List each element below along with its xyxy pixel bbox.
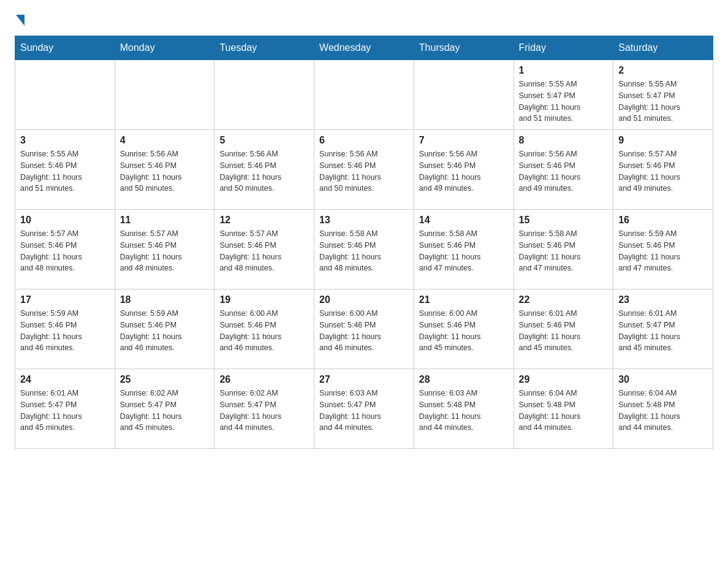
day-number: 13 [319,215,409,226]
day-number: 15 [519,215,609,226]
day-info: Sunrise: 5:57 AM Sunset: 5:46 PM Dayligh… [219,228,309,274]
day-number: 29 [519,374,609,385]
calendar-cell: 1Sunrise: 5:55 AM Sunset: 5:47 PM Daylig… [514,60,613,130]
calendar-cell [314,60,414,130]
day-number: 10 [20,215,110,226]
calendar-cell: 19Sunrise: 6:00 AM Sunset: 5:46 PM Dayli… [214,289,314,369]
calendar-cell: 10Sunrise: 5:57 AM Sunset: 5:46 PM Dayli… [15,210,115,289]
day-info: Sunrise: 6:00 AM Sunset: 5:46 PM Dayligh… [219,308,309,354]
day-number: 18 [120,294,210,305]
calendar-week-row: 3Sunrise: 5:55 AM Sunset: 5:46 PM Daylig… [15,130,713,210]
day-info: Sunrise: 5:56 AM Sunset: 5:46 PM Dayligh… [219,148,309,194]
calendar-cell: 13Sunrise: 5:58 AM Sunset: 5:46 PM Dayli… [314,210,414,289]
day-info: Sunrise: 5:57 AM Sunset: 5:46 PM Dayligh… [618,148,708,194]
calendar-cell: 26Sunrise: 6:02 AM Sunset: 5:47 PM Dayli… [214,369,314,449]
day-info: Sunrise: 6:04 AM Sunset: 5:48 PM Dayligh… [519,388,609,434]
day-number: 28 [419,374,509,385]
day-info: Sunrise: 6:01 AM Sunset: 5:47 PM Dayligh… [20,388,110,434]
day-number: 27 [319,374,409,385]
day-number: 14 [419,215,509,226]
day-info: Sunrise: 5:57 AM Sunset: 5:46 PM Dayligh… [20,228,110,274]
day-info: Sunrise: 6:03 AM Sunset: 5:47 PM Dayligh… [319,388,409,434]
day-info: Sunrise: 6:00 AM Sunset: 5:46 PM Dayligh… [419,308,509,354]
day-number: 8 [519,135,609,146]
calendar-cell: 20Sunrise: 6:00 AM Sunset: 5:46 PM Dayli… [314,289,414,369]
day-info: Sunrise: 6:02 AM Sunset: 5:47 PM Dayligh… [120,388,210,434]
day-number: 2 [618,65,708,76]
weekday-header-friday: Friday [514,36,613,60]
calendar-cell: 30Sunrise: 6:04 AM Sunset: 5:48 PM Dayli… [613,369,713,449]
calendar-cell: 21Sunrise: 6:00 AM Sunset: 5:46 PM Dayli… [414,289,514,369]
calendar-week-row: 1Sunrise: 5:55 AM Sunset: 5:47 PM Daylig… [15,60,713,130]
day-number: 26 [219,374,309,385]
day-number: 7 [419,135,509,146]
day-number: 17 [20,294,110,305]
weekday-header-thursday: Thursday [414,36,514,60]
calendar-cell: 15Sunrise: 5:58 AM Sunset: 5:46 PM Dayli… [514,210,613,289]
calendar-cell [15,60,115,130]
day-number: 4 [120,135,210,146]
day-info: Sunrise: 5:58 AM Sunset: 5:46 PM Dayligh… [419,228,509,274]
calendar-table: SundayMondayTuesdayWednesdayThursdayFrid… [15,36,713,449]
day-info: Sunrise: 5:59 AM Sunset: 5:46 PM Dayligh… [618,228,708,274]
calendar-cell: 27Sunrise: 6:03 AM Sunset: 5:47 PM Dayli… [314,369,414,449]
calendar-cell: 7Sunrise: 5:56 AM Sunset: 5:46 PM Daylig… [414,130,514,210]
calendar-week-row: 10Sunrise: 5:57 AM Sunset: 5:46 PM Dayli… [15,210,713,289]
calendar-cell: 25Sunrise: 6:02 AM Sunset: 5:47 PM Dayli… [115,369,214,449]
calendar-cell [214,60,314,130]
day-number: 19 [219,294,309,305]
day-info: Sunrise: 6:02 AM Sunset: 5:47 PM Dayligh… [219,388,309,434]
day-number: 12 [219,215,309,226]
logo-triangle-icon [16,15,25,26]
calendar-cell: 11Sunrise: 5:57 AM Sunset: 5:46 PM Dayli… [115,210,214,289]
calendar-cell: 4Sunrise: 5:56 AM Sunset: 5:46 PM Daylig… [115,130,214,210]
calendar-cell: 12Sunrise: 5:57 AM Sunset: 5:46 PM Dayli… [214,210,314,289]
day-number: 6 [319,135,409,146]
calendar-cell: 16Sunrise: 5:59 AM Sunset: 5:46 PM Dayli… [613,210,713,289]
calendar-cell: 22Sunrise: 6:01 AM Sunset: 5:46 PM Dayli… [514,289,613,369]
logo [15,15,26,26]
day-number: 22 [519,294,609,305]
day-info: Sunrise: 5:56 AM Sunset: 5:46 PM Dayligh… [120,148,210,194]
day-info: Sunrise: 5:56 AM Sunset: 5:46 PM Dayligh… [419,148,509,194]
weekday-header-tuesday: Tuesday [214,36,314,60]
day-number: 21 [419,294,509,305]
calendar-cell: 14Sunrise: 5:58 AM Sunset: 5:46 PM Dayli… [414,210,514,289]
calendar-cell: 29Sunrise: 6:04 AM Sunset: 5:48 PM Dayli… [514,369,613,449]
day-info: Sunrise: 6:01 AM Sunset: 5:46 PM Dayligh… [519,308,609,354]
day-info: Sunrise: 5:58 AM Sunset: 5:46 PM Dayligh… [319,228,409,274]
calendar-cell: 23Sunrise: 6:01 AM Sunset: 5:47 PM Dayli… [613,289,713,369]
day-number: 9 [618,135,708,146]
day-number: 5 [219,135,309,146]
day-info: Sunrise: 6:00 AM Sunset: 5:46 PM Dayligh… [319,308,409,354]
calendar-cell: 17Sunrise: 5:59 AM Sunset: 5:46 PM Dayli… [15,289,115,369]
day-number: 3 [20,135,110,146]
day-info: Sunrise: 5:55 AM Sunset: 5:47 PM Dayligh… [519,79,609,124]
day-info: Sunrise: 6:01 AM Sunset: 5:47 PM Dayligh… [618,308,708,354]
day-info: Sunrise: 5:58 AM Sunset: 5:46 PM Dayligh… [519,228,609,274]
day-info: Sunrise: 5:56 AM Sunset: 5:46 PM Dayligh… [319,148,409,194]
day-info: Sunrise: 5:55 AM Sunset: 5:46 PM Dayligh… [20,148,110,194]
calendar-cell [115,60,214,130]
calendar-cell: 2Sunrise: 5:55 AM Sunset: 5:47 PM Daylig… [613,60,713,130]
day-number: 1 [519,65,609,76]
page-header [15,15,713,26]
day-number: 25 [120,374,210,385]
calendar-cell: 9Sunrise: 5:57 AM Sunset: 5:46 PM Daylig… [613,130,713,210]
day-number: 20 [319,294,409,305]
day-info: Sunrise: 5:59 AM Sunset: 5:46 PM Dayligh… [120,308,210,354]
day-info: Sunrise: 5:59 AM Sunset: 5:46 PM Dayligh… [20,308,110,354]
weekday-header-saturday: Saturday [613,36,713,60]
day-number: 11 [120,215,210,226]
calendar-cell: 18Sunrise: 5:59 AM Sunset: 5:46 PM Dayli… [115,289,214,369]
day-info: Sunrise: 5:55 AM Sunset: 5:47 PM Dayligh… [618,79,708,124]
calendar-cell [414,60,514,130]
calendar-header-row: SundayMondayTuesdayWednesdayThursdayFrid… [15,36,713,60]
calendar-week-row: 17Sunrise: 5:59 AM Sunset: 5:46 PM Dayli… [15,289,713,369]
day-info: Sunrise: 5:57 AM Sunset: 5:46 PM Dayligh… [120,228,210,274]
day-number: 16 [618,215,708,226]
day-info: Sunrise: 6:03 AM Sunset: 5:48 PM Dayligh… [419,388,509,434]
calendar-week-row: 24Sunrise: 6:01 AM Sunset: 5:47 PM Dayli… [15,369,713,449]
weekday-header-sunday: Sunday [15,36,115,60]
calendar-cell: 5Sunrise: 5:56 AM Sunset: 5:46 PM Daylig… [214,130,314,210]
